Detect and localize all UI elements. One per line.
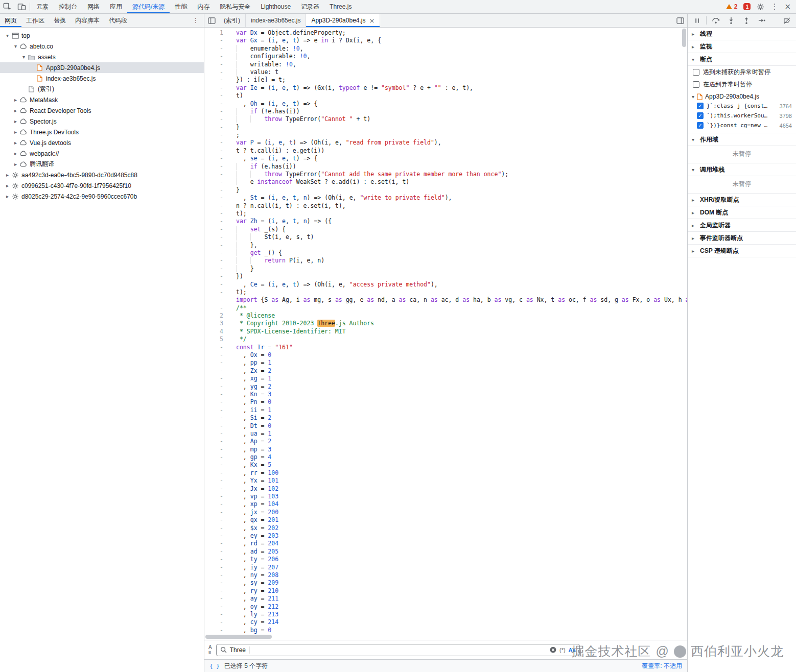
section-watch[interactable]: ▸监视 xyxy=(688,40,796,53)
line-number-gutter[interactable]: - xyxy=(204,611,230,618)
tree-item[interactable]: ▸腾讯翻译 xyxy=(0,159,204,170)
line-number-gutter[interactable]: - xyxy=(204,37,230,44)
line-number-gutter[interactable]: - xyxy=(204,218,230,225)
line-number-gutter[interactable]: 5 xyxy=(204,335,230,343)
line-number-gutter[interactable]: - xyxy=(204,579,230,587)
line-number-gutter[interactable]: - xyxy=(204,76,230,84)
close-tab-icon[interactable]: × xyxy=(369,17,374,25)
line-number-gutter[interactable]: - xyxy=(204,100,230,108)
line-number-gutter[interactable]: - xyxy=(204,84,230,92)
line-number-gutter[interactable]: - xyxy=(204,115,230,123)
section-event-listener-breakpoints[interactable]: ▸事件监听器断点 xyxy=(688,232,796,245)
navigator-tab-page[interactable]: 网页 xyxy=(0,14,21,27)
step-out-button[interactable] xyxy=(740,15,753,26)
pause-on-caught-exceptions-checkbox[interactable] xyxy=(693,81,699,88)
match-case-toggle-button[interactable]: Aa xyxy=(569,647,576,653)
line-number-gutter[interactable]: - xyxy=(204,351,230,359)
line-number-gutter[interactable]: 4 xyxy=(204,328,230,335)
tab-privacy-security[interactable]: 隐私与安全 xyxy=(215,0,255,13)
line-number-gutter[interactable]: - xyxy=(204,210,230,218)
deactivate-breakpoints-button[interactable] xyxy=(781,15,793,26)
section-xhr-fetch-breakpoints[interactable]: ▸XHR/提取断点 xyxy=(688,194,796,206)
line-number-gutter[interactable]: - xyxy=(204,540,230,547)
line-number-gutter[interactable]: - xyxy=(204,108,230,115)
line-number-gutter[interactable]: - xyxy=(204,131,230,139)
line-number-gutter[interactable]: - xyxy=(204,564,230,571)
console-warnings-badge[interactable]: 2 xyxy=(726,3,738,10)
section-breakpoints[interactable]: ▾断点 xyxy=(688,53,796,66)
line-number-gutter[interactable]: - xyxy=(204,461,230,469)
line-number-gutter[interactable]: - xyxy=(204,524,230,532)
tab-application[interactable]: 应用 xyxy=(105,0,127,13)
line-number-gutter[interactable]: - xyxy=(204,375,230,382)
line-number-gutter[interactable]: - xyxy=(204,414,230,422)
section-threads[interactable]: ▸线程 xyxy=(688,28,796,40)
section-scope[interactable]: ▾作用域 xyxy=(688,133,796,146)
line-number-gutter[interactable]: - xyxy=(204,45,230,53)
line-number-gutter[interactable]: - xyxy=(204,422,230,430)
tree-item[interactable]: ▸c0996251-c430-4f7e-90fd-1f7956425f10 xyxy=(0,180,204,191)
tree-item[interactable]: ▸Spector.js xyxy=(0,116,204,127)
device-toolbar-toggle-button[interactable] xyxy=(14,0,29,13)
line-number-gutter[interactable]: - xyxy=(204,194,230,202)
line-number-gutter[interactable]: - xyxy=(204,548,230,556)
line-number-gutter[interactable]: - xyxy=(204,61,230,68)
line-number-gutter[interactable]: - xyxy=(204,233,230,241)
pretty-print-toggle[interactable]: { } xyxy=(209,663,220,669)
tree-item[interactable]: App3D-290a0be4.js xyxy=(0,62,204,73)
tree-item[interactable]: ▾top xyxy=(0,30,204,41)
navigator-tab-content-scripts[interactable]: 内容脚本 xyxy=(71,14,104,27)
tab-memory[interactable]: 内存 xyxy=(192,0,215,13)
line-number-gutter[interactable]: - xyxy=(204,587,230,595)
line-number-gutter[interactable]: - xyxy=(204,53,230,60)
section-csp-violation-breakpoints[interactable]: ▸CSP 违规断点 xyxy=(688,245,796,257)
line-number-gutter[interactable]: - xyxy=(204,226,230,233)
line-number-gutter[interactable]: 2 xyxy=(204,312,230,320)
inspect-element-button[interactable] xyxy=(0,0,14,13)
tab-console[interactable]: 控制台 xyxy=(54,0,82,13)
line-number-gutter[interactable]: - xyxy=(204,304,230,312)
tree-item[interactable]: ▾assets xyxy=(0,52,204,62)
section-global-listeners[interactable]: ▸全局监听器 xyxy=(688,219,796,232)
editor-horizontal-scrollbar[interactable] xyxy=(204,634,687,640)
tree-item[interactable]: ▸webpack:// xyxy=(0,148,204,159)
code-editor[interactable]: 1var Dx = Object.defineProperty;-var Gx … xyxy=(204,28,687,634)
line-number-gutter[interactable]: - xyxy=(204,344,230,351)
editor-tab-0[interactable]: (索引) xyxy=(219,14,246,27)
line-number-gutter[interactable]: - xyxy=(204,532,230,540)
editor-tab-1[interactable]: index-ae3b65ec.js xyxy=(246,14,306,27)
step-button[interactable] xyxy=(756,15,768,26)
line-number-gutter[interactable]: - xyxy=(204,281,230,289)
more-options-button[interactable]: ⋮ xyxy=(770,2,778,11)
navigator-tab-overrides[interactable]: 替换 xyxy=(49,14,71,27)
line-number-gutter[interactable]: - xyxy=(204,383,230,391)
line-number-gutter[interactable]: - xyxy=(204,249,230,257)
tab-lighthouse[interactable]: Lighthouse xyxy=(255,0,296,13)
line-number-gutter[interactable]: - xyxy=(204,627,230,634)
line-number-gutter[interactable]: - xyxy=(204,516,230,524)
line-number-gutter[interactable]: - xyxy=(204,289,230,296)
line-number-gutter[interactable]: - xyxy=(204,359,230,367)
tab-network[interactable]: 网络 xyxy=(82,0,105,13)
line-number-gutter[interactable]: - xyxy=(204,618,230,626)
line-number-gutter[interactable]: - xyxy=(204,273,230,280)
line-number-gutter[interactable]: - xyxy=(204,296,230,304)
line-number-gutter[interactable]: - xyxy=(204,595,230,603)
step-over-button[interactable] xyxy=(710,15,722,26)
settings-button[interactable] xyxy=(757,3,764,11)
breakpoint-checkbox[interactable]: ✓ xyxy=(697,103,704,109)
breakpoint-checkbox[interactable]: ✓ xyxy=(697,122,704,129)
navigator-tab-snippets[interactable]: 代码段 xyxy=(104,14,132,27)
search-input[interactable]: Three (*) Aa xyxy=(216,644,580,656)
step-into-button[interactable] xyxy=(725,15,737,26)
line-number-gutter[interactable]: - xyxy=(204,485,230,493)
tree-item[interactable]: index-ae3b65ec.js xyxy=(0,73,204,84)
tab-performance[interactable]: 性能 xyxy=(170,0,192,13)
tree-item[interactable]: ▸d8025c29-2574-42c2-9e90-5960ccec670b xyxy=(0,191,204,202)
line-number-gutter[interactable]: - xyxy=(204,139,230,147)
editor-tab-2[interactable]: App3D-290a0be4.js× xyxy=(306,14,380,27)
line-number-gutter[interactable]: - xyxy=(204,556,230,563)
tree-item[interactable]: ▸Three.js DevTools xyxy=(0,127,204,137)
breakpoint-snippet[interactable]: `);this.workerSou… xyxy=(707,112,777,119)
line-number-gutter[interactable]: 3 xyxy=(204,320,230,327)
